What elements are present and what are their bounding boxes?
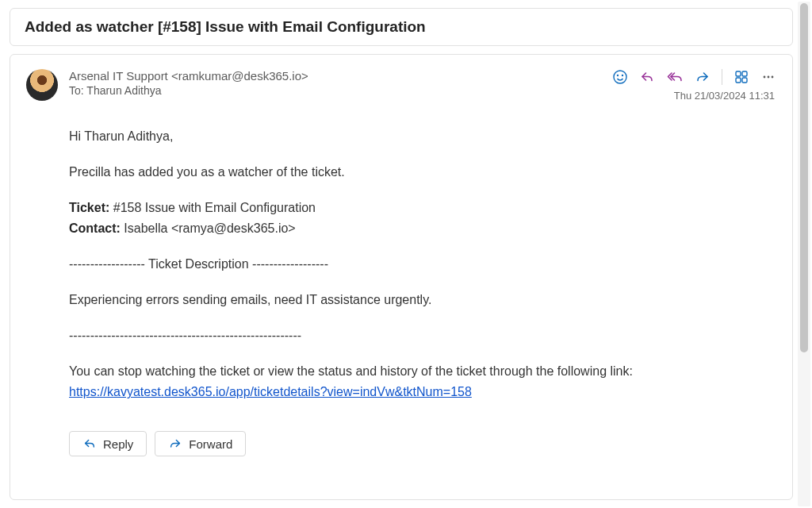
footer-text: You can stop watching the ticket or view… — [69, 362, 776, 382]
reply-all-icon[interactable] — [666, 69, 684, 85]
message-body: Hi Tharun Adithya, Precilla has added yo… — [69, 127, 776, 402]
ticket-value: #158 Issue with Email Configuration — [109, 201, 316, 214]
sender-name: Arsenal IT Support — [69, 69, 168, 83]
recipients-line[interactable]: To: Tharun Adithya — [69, 84, 612, 97]
recipient-name: Tharun Adithya — [86, 84, 161, 97]
ticket-label: Ticket: — [69, 201, 109, 214]
to-label: To: — [69, 84, 84, 97]
apps-icon[interactable] — [733, 69, 749, 85]
divider-line: ----------------------------------------… — [69, 326, 776, 346]
reply-actions: Reply Forward — [69, 431, 776, 456]
message-card: Arsenal IT Support <ramkumar@desk365.io>… — [10, 54, 793, 500]
forward-arrow-icon — [168, 437, 182, 451]
svg-point-9 — [772, 76, 774, 79]
forward-button[interactable]: Forward — [155, 431, 246, 456]
svg-point-2 — [622, 75, 623, 76]
scrollbar-thumb[interactable] — [800, 3, 808, 352]
sender-email: <ramkumar@desk365.io> — [171, 69, 308, 83]
message-actions — [612, 69, 776, 85]
subject-card: Added as watcher [#158] Issue with Email… — [10, 8, 793, 46]
forward-label: Forward — [189, 437, 232, 451]
ticket-description: Experiencing errors sending emails, need… — [69, 291, 776, 310]
svg-rect-5 — [736, 78, 741, 83]
contact-value: Isabella <ramya@desk365.io> — [121, 221, 296, 235]
reply-label: Reply — [103, 437, 133, 451]
reply-arrow-icon — [82, 437, 97, 451]
reply-button[interactable]: Reply — [69, 431, 147, 456]
more-actions-icon[interactable] — [760, 69, 776, 85]
email-subject: Added as watcher [#158] Issue with Email… — [25, 18, 778, 36]
svg-point-7 — [764, 76, 766, 79]
scrollbar[interactable] — [798, 2, 810, 506]
ticket-line: Ticket: #158 Issue with Email Configurat… — [69, 198, 776, 218]
svg-point-0 — [614, 71, 626, 83]
sender-line[interactable]: Arsenal IT Support <ramkumar@desk365.io> — [69, 69, 612, 83]
svg-rect-4 — [742, 71, 747, 76]
avatar[interactable] — [26, 69, 58, 101]
contact-label: Contact: — [69, 221, 121, 235]
intro: Precilla has added you as a watcher of t… — [69, 163, 776, 183]
forward-icon[interactable] — [695, 69, 710, 85]
svg-rect-6 — [742, 78, 747, 83]
smiley-icon[interactable] — [612, 69, 628, 85]
contact-line: Contact: Isabella <ramya@desk365.io> — [69, 219, 776, 239]
svg-point-1 — [618, 75, 619, 76]
timestamp: Thu 21/03/2024 11:31 — [612, 90, 776, 102]
reply-icon[interactable] — [639, 69, 655, 85]
ticket-link[interactable]: https://kavyatest.desk365.io/app/ticketd… — [69, 385, 472, 398]
action-divider — [722, 69, 722, 85]
greeting: Hi Tharun Adithya, — [69, 127, 776, 147]
svg-point-8 — [768, 76, 770, 79]
svg-rect-3 — [736, 71, 741, 76]
divider-heading: ------------------ Ticket Description --… — [69, 255, 776, 275]
